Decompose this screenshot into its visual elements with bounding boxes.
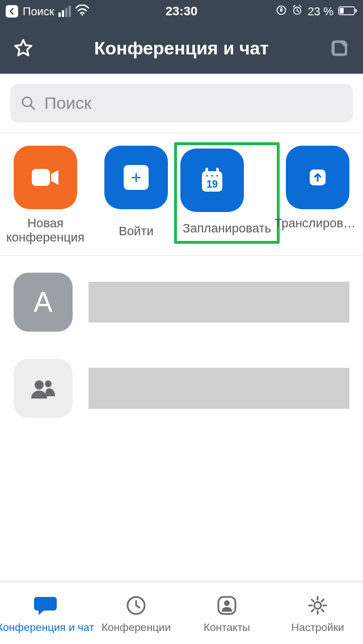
calendar-icon: 19 bbox=[197, 165, 227, 196]
page-title: Конференция и чат bbox=[35, 38, 328, 59]
schedule-label: Запланировать bbox=[180, 221, 273, 235]
schedule-cell: 19 Запланировать bbox=[182, 146, 272, 245]
broadcast-button[interactable] bbox=[286, 146, 349, 209]
compose-icon bbox=[329, 37, 351, 59]
join-button[interactable]: + bbox=[104, 146, 168, 209]
new-meeting-cell: Новая конференция bbox=[0, 146, 91, 245]
schedule-button[interactable]: 19 bbox=[180, 149, 244, 212]
battery-icon bbox=[338, 5, 357, 18]
tab-meetings[interactable]: Конференции bbox=[91, 582, 182, 644]
favorites-button[interactable] bbox=[11, 36, 35, 60]
broadcast-cell: Транслировать демонстрацию bbox=[272, 146, 363, 245]
svg-rect-6 bbox=[356, 9, 357, 12]
svg-rect-2 bbox=[280, 9, 282, 11]
status-bar-left: Поиск bbox=[6, 5, 89, 19]
gear-icon bbox=[305, 593, 330, 618]
video-camera-icon bbox=[30, 166, 61, 189]
svg-point-15 bbox=[216, 175, 218, 176]
list-item[interactable]: А bbox=[14, 273, 349, 332]
list-item-content bbox=[88, 368, 349, 409]
tab-settings[interactable]: Настройки bbox=[272, 582, 363, 644]
new-meeting-button[interactable] bbox=[14, 146, 77, 209]
nav-bar: Конференция и чат bbox=[0, 23, 363, 74]
action-row: Новая конференция + Войти 19 Запланирова… bbox=[0, 133, 363, 256]
upload-icon bbox=[305, 165, 330, 190]
battery-percent: 23 % bbox=[307, 5, 334, 18]
orientation-lock-icon bbox=[276, 5, 287, 19]
list-item[interactable] bbox=[14, 359, 349, 418]
svg-rect-11 bbox=[205, 168, 208, 173]
back-to-app-button[interactable] bbox=[6, 5, 18, 18]
star-icon bbox=[12, 37, 34, 59]
svg-point-18 bbox=[35, 380, 44, 389]
clock-icon bbox=[124, 593, 149, 618]
new-meeting-label: Новая конференция bbox=[0, 216, 91, 245]
join-label: Войти bbox=[91, 224, 182, 238]
svg-rect-9 bbox=[32, 169, 50, 186]
wifi-icon bbox=[75, 5, 89, 19]
svg-point-0 bbox=[82, 14, 83, 15]
search-icon bbox=[20, 95, 36, 111]
cellular-signal-icon bbox=[58, 6, 71, 17]
svg-text:19: 19 bbox=[206, 179, 218, 190]
status-bar-right: 23 % bbox=[276, 5, 357, 19]
compose-button[interactable] bbox=[328, 36, 352, 60]
chat-list: А bbox=[0, 256, 363, 418]
tab-home-label: Конференция и чат bbox=[0, 621, 94, 634]
chevron-left-icon bbox=[8, 7, 16, 15]
svg-rect-5 bbox=[340, 8, 344, 14]
schedule-highlight: 19 Запланировать bbox=[174, 142, 280, 244]
svg-point-22 bbox=[224, 600, 230, 606]
plus-icon: + bbox=[124, 165, 149, 190]
tab-home[interactable]: Конференция и чат bbox=[0, 582, 91, 644]
person-icon bbox=[214, 593, 239, 618]
tab-meetings-label: Конференции bbox=[102, 621, 171, 634]
avatar: А bbox=[14, 273, 73, 332]
group-icon bbox=[29, 377, 57, 400]
svg-point-13 bbox=[206, 175, 208, 176]
tab-bar: Конференция и чат Конференции Контакты Н… bbox=[0, 582, 363, 644]
search-container: Поиск bbox=[0, 74, 363, 133]
tab-contacts[interactable]: Контакты bbox=[182, 582, 272, 644]
list-item-content bbox=[88, 282, 349, 323]
tab-contacts-label: Контакты bbox=[204, 621, 250, 634]
broadcast-label: Транслировать демонстрацию bbox=[272, 216, 363, 230]
chat-bubble-icon bbox=[33, 593, 58, 618]
tab-settings-label: Настройки bbox=[291, 621, 344, 634]
search-placeholder: Поиск bbox=[44, 94, 91, 113]
join-cell: + Войти bbox=[91, 146, 182, 245]
back-app-label[interactable]: Поиск bbox=[23, 5, 54, 18]
svg-point-19 bbox=[45, 380, 52, 387]
svg-rect-12 bbox=[216, 168, 219, 173]
search-input[interactable]: Поиск bbox=[10, 84, 353, 122]
svg-point-14 bbox=[211, 175, 213, 176]
svg-point-23 bbox=[314, 602, 321, 609]
clock-time: 23:30 bbox=[166, 4, 197, 19]
status-bar: Поиск 23:30 23 % bbox=[0, 0, 363, 23]
alarm-icon bbox=[292, 5, 303, 19]
avatar bbox=[14, 359, 73, 418]
avatar-letter: А bbox=[33, 286, 52, 319]
